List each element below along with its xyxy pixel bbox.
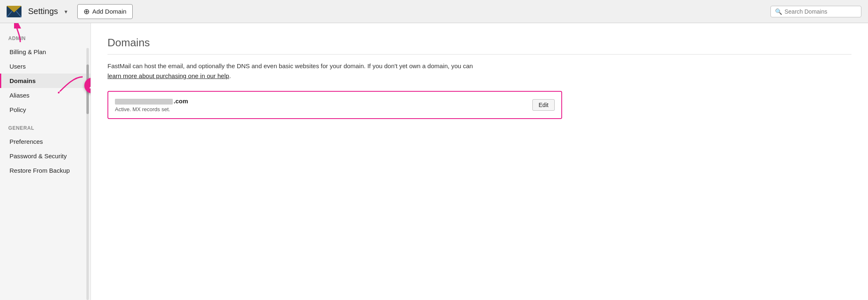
sidebar-item-aliases[interactable]: Aliases xyxy=(0,88,91,102)
domain-name-suffix: .com xyxy=(174,98,188,105)
domain-info: .com Active. MX records set. xyxy=(115,98,188,112)
page-description: FastMail can host the email, and optiona… xyxy=(107,61,479,81)
page-title: Domains xyxy=(107,36,851,55)
sidebar-general-section: GENERAL xyxy=(0,125,91,134)
sidebar-scrollbar[interactable] xyxy=(86,48,89,300)
sidebar-item-password-security[interactable]: Password & Security xyxy=(0,149,91,163)
description-text-1: FastMail can host the email, and optiona… xyxy=(107,62,473,69)
sidebar-item-policy[interactable]: Policy xyxy=(0,102,91,117)
sidebar-item-users[interactable]: Users xyxy=(0,59,91,74)
main-layout: 1 xyxy=(0,23,868,300)
domain-status: Active. MX records set. xyxy=(115,106,188,112)
help-link[interactable]: learn more about purchasing one in our h… xyxy=(107,72,229,79)
main-content: Domains FastMail can host the email, and… xyxy=(91,23,868,300)
app-header: Settings ▾ ⊕ Add Domain 🔍 xyxy=(0,0,868,23)
sidebar-item-preferences[interactable]: Preferences xyxy=(0,134,91,149)
description-text-2: . xyxy=(229,72,231,79)
search-icon: 🔍 xyxy=(775,8,782,15)
domain-name: .com xyxy=(115,98,188,105)
add-domain-button[interactable]: ⊕ Add Domain xyxy=(77,4,133,19)
sidebar: 1 xyxy=(0,23,91,300)
search-box: 🔍 xyxy=(770,6,861,17)
sidebar-item-domains[interactable]: Domains xyxy=(0,74,91,88)
sidebar-admin-section: ADMIN xyxy=(0,36,91,45)
settings-title: Settings xyxy=(28,7,58,16)
sidebar-item-restore[interactable]: Restore From Backup xyxy=(0,163,91,178)
search-input[interactable] xyxy=(785,8,857,15)
fastmail-logo-icon xyxy=(7,6,21,17)
settings-chevron[interactable]: ▾ xyxy=(64,8,67,15)
logo-area xyxy=(7,6,21,17)
domain-name-redacted xyxy=(115,99,173,105)
edit-button[interactable]: Edit xyxy=(532,99,555,111)
add-icon: ⊕ xyxy=(83,7,90,16)
domain-card: .com Active. MX records set. Edit xyxy=(107,91,562,119)
sidebar-item-billing[interactable]: Billing & Plan xyxy=(0,45,91,59)
add-domain-label: Add Domain xyxy=(92,8,126,15)
sidebar-scrollbar-thumb[interactable] xyxy=(86,64,89,114)
